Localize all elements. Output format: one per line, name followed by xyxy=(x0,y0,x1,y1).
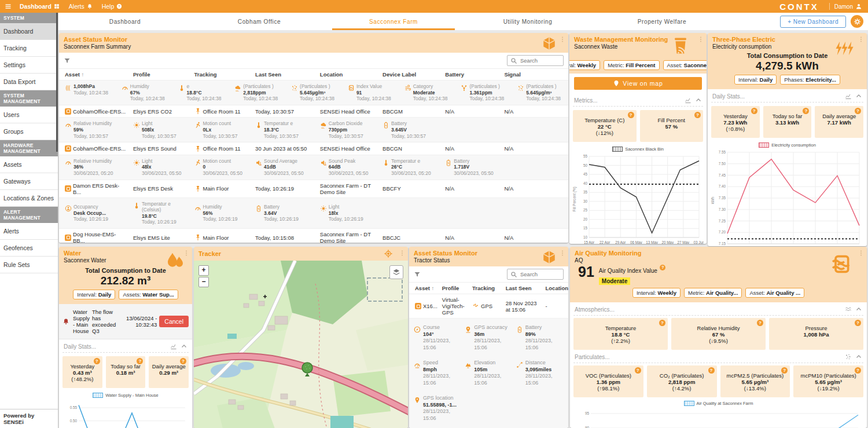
info-icon[interactable]: ? xyxy=(628,112,634,118)
topbar-dashboard[interactable]: Dashboard xyxy=(20,3,60,10)
column-header[interactable]: Last Seen xyxy=(500,285,540,291)
info-icon[interactable]: ? xyxy=(694,112,701,118)
info-icon[interactable]: ? xyxy=(94,358,100,364)
info-icon[interactable]: ? xyxy=(660,265,665,270)
sidebar-item-locations-zones[interactable]: Locations & Zones xyxy=(0,190,58,207)
column-header[interactable]: Battery xyxy=(439,71,498,78)
filter-icon[interactable] xyxy=(414,271,421,278)
info-icon[interactable]: ? xyxy=(708,367,715,374)
tab-dashboard[interactable]: Dashboard xyxy=(58,13,192,30)
tab-sacconnex-farm[interactable]: Sacconnex Farm xyxy=(326,13,461,30)
sidebar-item-settings[interactable]: Settings xyxy=(0,57,58,74)
settings-gear-button[interactable] xyxy=(851,15,863,28)
column-header[interactable]: Signal xyxy=(498,71,568,78)
new-dashboard-button[interactable]: + New Dashboard xyxy=(780,16,846,28)
collapse-icon[interactable] xyxy=(695,97,702,104)
atmospherics-icon[interactable] xyxy=(845,306,852,313)
info-icon[interactable]: ? xyxy=(137,358,143,364)
filter-chip[interactable]: Asset: Saconnex B... xyxy=(663,60,707,70)
table-row[interactable]: CobhamOffice-ERS... Elsys ERS Sound Offi… xyxy=(59,142,568,155)
filter-chip[interactable]: Metric: Fill Percent xyxy=(604,60,659,70)
column-header[interactable]: Tracking xyxy=(466,285,500,291)
filter-chip[interactable]: Phases: Electricity... xyxy=(780,75,840,85)
air-quality-card: Air Quality Monitoring AQ 91 Air Quality… xyxy=(570,247,867,428)
card-menu-icon[interactable] xyxy=(858,250,865,257)
sidebar-item-rule-sets[interactable]: Rule Sets xyxy=(0,257,58,273)
tab-utility-monitoring[interactable]: Utility Monitoring xyxy=(461,13,595,30)
table-row[interactable]: CobhamOffice-ERS... Elsys ERS CO2 Office… xyxy=(59,105,568,118)
sidebar-item-groups[interactable]: Groups xyxy=(0,123,58,140)
info-icon[interactable]: ? xyxy=(180,358,186,364)
card-menu-icon[interactable] xyxy=(697,36,704,43)
collapse-icon[interactable] xyxy=(855,93,862,100)
chart-toggle-icon[interactable] xyxy=(685,97,692,104)
table-row[interactable]: X16... Virtual-VigiTech-GPS GPS 28 Nov 2… xyxy=(409,294,568,319)
info-icon[interactable]: ? xyxy=(751,108,757,114)
map-layers-button[interactable] xyxy=(389,265,403,279)
column-header[interactable]: Last Seen xyxy=(249,71,314,78)
filter-icon[interactable] xyxy=(64,57,71,64)
hamburger-menu-icon[interactable] xyxy=(5,3,12,10)
cancel-alert-button[interactable]: Cancel xyxy=(159,316,189,327)
filter-chip[interactable]: Interval: Weekly xyxy=(569,60,600,70)
info-icon[interactable]: ? xyxy=(855,108,861,114)
card-menu-icon[interactable] xyxy=(559,36,566,43)
map-zoom-in-button[interactable]: + xyxy=(198,265,209,276)
info-icon[interactable]: ? xyxy=(803,108,809,114)
filter-chip[interactable]: Interval: Daily xyxy=(734,75,777,85)
sidebar-item-alerts[interactable]: Alerts xyxy=(0,223,58,240)
collapse-icon[interactable] xyxy=(855,353,862,360)
sidebar-item-assets[interactable]: Assets xyxy=(0,156,58,173)
locate-target-icon[interactable] xyxy=(384,249,393,258)
sidebar-scrollbar[interactable] xyxy=(56,13,58,152)
sidebar-item-tracking[interactable]: Tracking xyxy=(0,40,58,57)
particulates-icon xyxy=(291,85,298,102)
tab-property-welfare[interactable]: Property Welfare xyxy=(595,13,729,30)
info-icon[interactable]: ? xyxy=(855,320,861,326)
card-menu-icon[interactable] xyxy=(183,250,190,257)
column-header[interactable]: Device Label xyxy=(377,71,439,78)
search-input[interactable] xyxy=(519,57,562,64)
table-row[interactable]: Damon ERS Desk-B... Elsys ERS Desk Main … xyxy=(59,180,568,198)
column-header[interactable]: Asset ↑ xyxy=(409,285,436,291)
column-header[interactable]: Tracking xyxy=(189,71,250,78)
column-header[interactable]: Profile xyxy=(436,285,466,291)
filter-chip[interactable]: Interval: Daily xyxy=(73,290,115,299)
column-header[interactable]: Asset ↑ xyxy=(59,71,127,78)
map-canvas[interactable]: + − xyxy=(194,261,408,428)
water-chart: Consumption (m³)0.300.350.400.450.500.55 xyxy=(59,399,192,428)
topbar-help[interactable]: Help? xyxy=(102,3,123,10)
sidebar-item-geofences[interactable]: Geofences xyxy=(0,240,58,257)
column-header[interactable]: Location xyxy=(314,71,377,78)
column-header[interactable]: Location xyxy=(540,285,569,291)
chart-toggle-icon[interactable] xyxy=(845,93,852,100)
sidebar-item-dashboard[interactable]: Dashboard xyxy=(0,23,58,40)
info-icon[interactable]: ? xyxy=(781,367,788,374)
sidebar-item-gateways[interactable]: Gateways xyxy=(0,173,58,190)
tab-cobham-office[interactable]: Cobham Office xyxy=(192,13,326,30)
sidebar-item-data-export[interactable]: Data Export xyxy=(0,74,58,90)
info-icon[interactable]: ? xyxy=(855,367,861,374)
particulates-icon[interactable] xyxy=(845,353,852,360)
info-icon[interactable]: ? xyxy=(757,320,763,326)
filter-chip[interactable]: Asset: Air Quality ... xyxy=(745,288,804,298)
column-header[interactable]: Profile xyxy=(127,71,189,78)
view-on-map-button[interactable]: View on map xyxy=(574,77,702,90)
card-menu-icon[interactable] xyxy=(559,250,566,257)
card-menu-icon[interactable] xyxy=(858,36,865,43)
info-icon[interactable]: ? xyxy=(659,320,665,326)
user-menu[interactable]: Damon xyxy=(829,3,862,10)
topbar-alerts[interactable]: Alerts xyxy=(69,3,93,10)
collapse-icon[interactable] xyxy=(181,343,187,350)
filter-chip[interactable]: Metric: Air Quality... xyxy=(684,288,742,298)
collapse-icon[interactable] xyxy=(855,306,862,313)
info-icon[interactable]: ? xyxy=(635,367,641,374)
sidebar-item-users[interactable]: Users xyxy=(0,107,58,123)
card-menu-icon[interactable] xyxy=(399,250,406,257)
filter-chip[interactable]: Interval: Weekly xyxy=(632,288,681,298)
search-input[interactable] xyxy=(519,270,562,278)
filter-chip[interactable]: Assets: Water Sup... xyxy=(119,290,178,299)
chart-toggle-icon[interactable] xyxy=(170,343,177,350)
map-zoom-out-button[interactable]: − xyxy=(198,277,209,287)
table-row[interactable]: Dog House-EMS-BB... Elsys EMS Lite Main … xyxy=(59,229,568,243)
